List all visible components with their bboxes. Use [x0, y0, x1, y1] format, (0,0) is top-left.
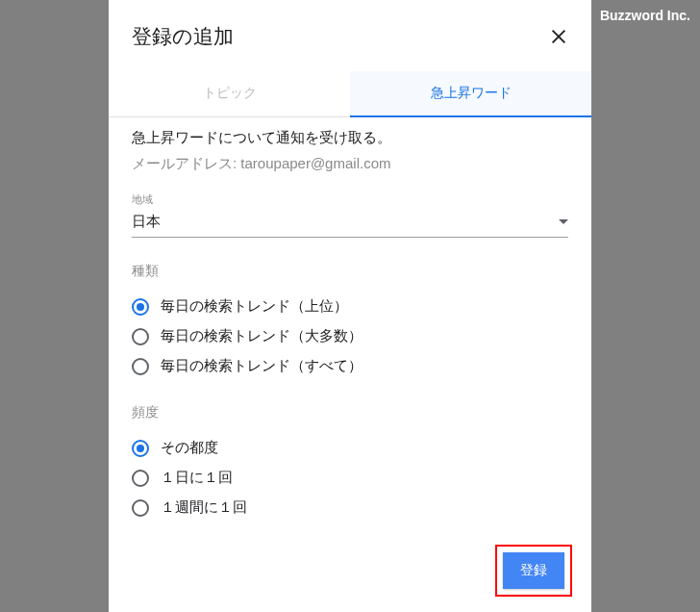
submit-button[interactable]: 登録 — [503, 552, 564, 589]
dialog-title: 登録の追加 — [132, 23, 234, 50]
type-option-most[interactable]: 毎日の検索トレンド（大多数） — [132, 321, 568, 351]
type-section-label: 種類 — [132, 263, 568, 280]
region-value: 日本 — [132, 213, 161, 231]
close-icon[interactable] — [549, 27, 568, 46]
tab-topic[interactable]: トピック — [109, 71, 350, 117]
radio-icon — [132, 358, 149, 375]
radio-label: その都度 — [161, 439, 218, 457]
tab-rising-words[interactable]: 急上昇ワード — [350, 71, 591, 117]
type-option-all[interactable]: 毎日の検索トレンド（すべて） — [132, 351, 568, 381]
dialog-footer: 登録 — [495, 545, 572, 597]
radio-icon — [132, 440, 149, 457]
frequency-radio-group: その都度 １日に１回 １週間に１回 — [132, 433, 568, 523]
frequency-option-each[interactable]: その都度 — [132, 433, 568, 463]
radio-label: １日に１回 — [161, 469, 233, 487]
email-label: メールアドレス: — [132, 155, 237, 171]
type-radio-group: 毎日の検索トレンド（上位） 毎日の検索トレンド（大多数） 毎日の検索トレンド（す… — [132, 292, 568, 381]
radio-icon — [132, 470, 149, 487]
watermark-text: Buzzword Inc. — [600, 8, 690, 23]
frequency-option-weekly[interactable]: １週間に１回 — [132, 493, 568, 523]
type-option-top[interactable]: 毎日の検索トレンド（上位） — [132, 292, 568, 321]
highlight-annotation: 登録 — [495, 545, 572, 597]
dialog-content: 急上昇ワードについて通知を受け取る。 メールアドレス: taroupaper@g… — [109, 117, 591, 546]
tabs: トピック 急上昇ワード — [109, 71, 591, 117]
radio-icon — [132, 328, 149, 345]
frequency-section-label: 頻度 — [132, 404, 568, 421]
email-row: メールアドレス: taroupaper@gmail.com — [132, 155, 568, 173]
radio-label: 毎日の検索トレンド（上位） — [161, 297, 348, 316]
region-select[interactable]: 日本 — [132, 209, 568, 238]
radio-label: １週間に１回 — [161, 498, 247, 517]
radio-label: 毎日の検索トレンド（大多数） — [161, 327, 362, 345]
radio-icon — [132, 298, 149, 316]
add-subscription-dialog: 登録の追加 トピック 急上昇ワード 急上昇ワードについて通知を受け取る。 メール… — [109, 0, 591, 612]
dropdown-icon — [559, 219, 568, 224]
radio-label: 毎日の検索トレンド（すべて） — [161, 357, 362, 375]
dialog-header: 登録の追加 — [109, 0, 591, 60]
frequency-option-daily[interactable]: １日に１回 — [132, 463, 568, 493]
content-description: 急上昇ワードについて通知を受け取る。 — [132, 129, 568, 147]
email-value: taroupaper@gmail.com — [240, 155, 390, 171]
region-label: 地域 — [132, 192, 568, 207]
radio-icon — [132, 499, 149, 517]
